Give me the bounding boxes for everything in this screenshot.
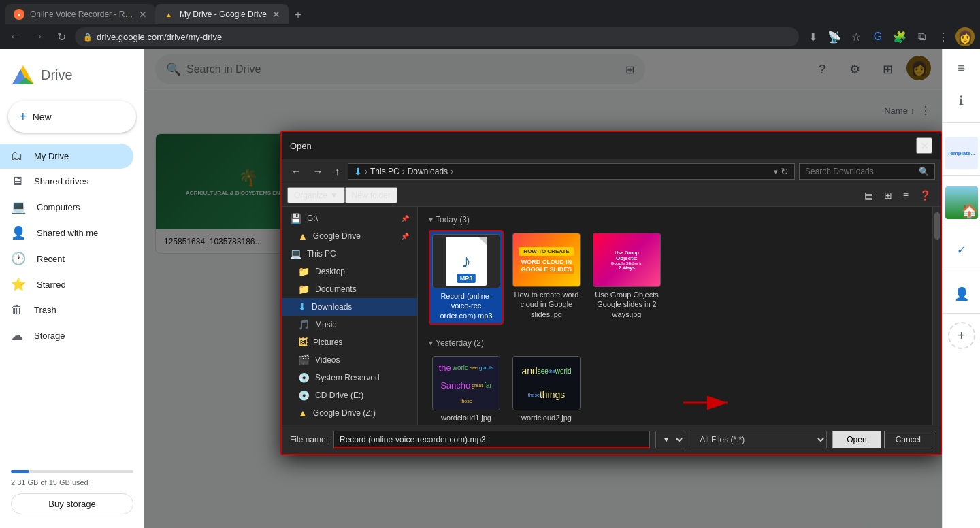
sidebar-music[interactable]: 🎵 Music (282, 316, 417, 333)
buy-storage-button[interactable]: Buy storage (11, 493, 133, 514)
view-buttons: ▤ ⊞ ≡ ❓ (860, 188, 935, 203)
dialog-scrollbar[interactable] (932, 207, 941, 425)
tab-drive-title: My Drive - Google Drive (180, 10, 267, 19)
breadcrumb-downloads[interactable]: Downloads (408, 167, 448, 176)
new-button[interactable]: + New (8, 101, 136, 133)
sidebar-downloads[interactable]: ⬇ Downloads (282, 298, 417, 316)
footer-buttons: Open Cancel (832, 431, 932, 448)
add-panel-button[interactable]: + (948, 322, 975, 349)
sidebar-google-drive[interactable]: ▲ Google Drive 📌 (282, 227, 417, 245)
sidebar-this-pc[interactable]: 💻 This PC (282, 245, 417, 263)
wc1-filename: wordcloud1.jpg (441, 413, 491, 423)
music-label: Music (315, 320, 336, 329)
view-extra-btn[interactable]: ▤ (860, 188, 877, 203)
wc1-thumbnail: the world see giants Sancho great far th… (433, 357, 500, 410)
file-wc1[interactable]: the world see giants Sancho great far th… (429, 353, 504, 425)
panel-list-view-btn[interactable]: ≡ (948, 54, 975, 82)
bookmark-icon[interactable]: ☆ (847, 27, 866, 46)
dialog-search-input[interactable] (805, 167, 919, 176)
extensions-icon[interactable]: 🧩 (890, 27, 909, 46)
sidebar-item-trash[interactable]: 🗑 Trash (0, 297, 133, 323)
sidebar-cd-drive[interactable]: 💿 CD Drive (E:) (282, 386, 417, 404)
sidebar-item-recent[interactable]: 🕐 Recent (0, 246, 133, 271)
yesterday-group-label[interactable]: ▾ Yesterday (2) (423, 335, 927, 350)
sidebar-item-shared-drives[interactable]: 🖥 Shared drives (0, 169, 133, 194)
file-wc2[interactable]: and see the world those things wordcloud… (509, 353, 584, 425)
window-controls-icon[interactable]: ⧉ (912, 27, 931, 46)
tab-voice-recorder-close[interactable]: ✕ (139, 9, 147, 20)
dialog-up-button[interactable]: ↑ (331, 164, 344, 179)
right-panel-image-section: 🏠 (943, 181, 980, 225)
sidebar-system-reserved[interactable]: 💿 System Reserved (282, 369, 417, 386)
forward-button[interactable]: → (29, 27, 48, 46)
back-button[interactable]: ← (5, 27, 24, 46)
arrow-svg (683, 389, 738, 416)
sidebar-desktop[interactable]: 📁 Desktop (282, 263, 417, 280)
desktop-label: Desktop (315, 267, 345, 276)
refresh-button[interactable]: ↻ (52, 27, 71, 46)
breadcrumb-refresh-btn[interactable]: ↻ (781, 166, 789, 177)
right-panel-tasks-section: ✓ (943, 231, 980, 269)
tab-google-drive[interactable]: ▲ My Drive - Google Drive ✕ (155, 4, 289, 24)
mp3-document: ♪ MP3 (446, 237, 487, 286)
google-account-icon[interactable]: G (868, 27, 887, 46)
breadcrumb-this-pc[interactable]: This PC (370, 167, 399, 176)
storage-label: Storage (34, 331, 65, 341)
tab-voice-recorder[interactable]: ● Online Voice Recorder - Record... ✕ (5, 4, 155, 24)
sidebar-item-storage[interactable]: ☁ Storage (0, 323, 133, 348)
sidebar-item-starred[interactable]: ⭐ Starred (0, 271, 133, 297)
sidebar-pictures[interactable]: 🖼 Pictures (282, 333, 417, 351)
file-type-dropdown[interactable]: All Files (*.*) (691, 431, 827, 448)
sidebar-documents[interactable]: 📁 Documents (282, 280, 417, 298)
breadcrumb-dropdown-btn[interactable]: ▾ (774, 167, 778, 176)
tab-drive-close[interactable]: ✕ (272, 9, 280, 20)
cancel-button[interactable]: Cancel (884, 431, 932, 448)
organize-button[interactable]: Organize ▼ (287, 187, 345, 203)
sidebar-network[interactable]: 🌐 Network (282, 422, 417, 425)
url-bar[interactable]: 🔒 drive.google.com/drive/my-drive (75, 27, 799, 46)
tasks-icon[interactable]: ✓ (948, 236, 975, 263)
lock-icon: 🔒 (83, 33, 93, 42)
trash-label: Trash (34, 305, 56, 315)
breadcrumb-sep-1: › (365, 167, 368, 176)
this-pc-icon: 💻 (290, 248, 301, 259)
new-folder-button[interactable]: New folder (345, 187, 397, 203)
dialog-forward-button[interactable]: → (309, 164, 327, 179)
file-name-dropdown[interactable]: ▾ (655, 431, 685, 448)
today-group-label[interactable]: ▾ Today (3) (423, 212, 927, 227)
new-tab-button[interactable]: + (289, 5, 308, 24)
sidebar-item-shared-with-me[interactable]: 👤 Shared with me (0, 220, 133, 246)
view-help-btn[interactable]: ❓ (915, 188, 935, 203)
file-groupobj-jpg[interactable]: Use Group Objects: Google Slides in 2 Wa… (589, 230, 664, 325)
more-menu-icon[interactable]: ⋮ (934, 27, 953, 46)
desktop-folder-icon: 📁 (298, 266, 310, 277)
sidebar-g-drive[interactable]: 💾 G:\ 📌 (282, 210, 417, 227)
file-mp3[interactable]: ♪ MP3 Record (online-voice-rec order.com… (429, 230, 504, 325)
dialog-scrollbar-thumb[interactable] (934, 212, 940, 240)
dialog-secondary-toolbar: Organize ▼ New folder ▤ ⊞ ≡ ❓ (282, 184, 941, 207)
videos-label: Videos (315, 355, 340, 365)
starred-label: Starred (37, 280, 66, 290)
file-name-input[interactable] (333, 431, 650, 448)
recent-icon: 🕐 (11, 251, 26, 266)
wordcloud-jpg-thumb: HOW TO CREATE WORD CLOUD IN GOOGLE SLIDE… (512, 233, 581, 287)
view-grid-btn[interactable]: ⊞ (880, 188, 896, 203)
download-icon[interactable]: ⬇ (803, 27, 822, 46)
sidebar-videos[interactable]: 🎬 Videos (282, 351, 417, 369)
view-detail-btn[interactable]: ≡ (899, 188, 913, 203)
sidebar-google-drive-z[interactable]: ▲ Google Drive (Z:) (282, 404, 417, 422)
cast-icon[interactable]: 📡 (825, 27, 844, 46)
panel-info-btn[interactable]: ℹ (948, 87, 975, 114)
profile-avatar[interactable]: 👩 (956, 27, 975, 46)
sidebar-item-my-drive[interactable]: 🗂 My Drive (0, 144, 133, 169)
open-button[interactable]: Open (832, 431, 881, 448)
drive-logo: Drive (0, 57, 144, 98)
dialog-back-button[interactable]: ← (287, 164, 305, 179)
file-wordcloud-jpg[interactable]: HOW TO CREATE WORD CLOUD IN GOOGLE SLIDE… (509, 230, 584, 325)
dialog-toolbar: ← → ↑ ⬇ › This PC › Downloads › ▾ ↻ (282, 159, 941, 184)
starred-icon: ⭐ (11, 277, 26, 292)
sidebar-item-computers[interactable]: 💻 Computers (0, 194, 133, 220)
dialog-close-button[interactable]: ✕ (916, 137, 932, 154)
user-panel-btn[interactable]: 👤 (948, 280, 975, 308)
google-drive-z-label: Google Drive (Z:) (313, 408, 376, 418)
